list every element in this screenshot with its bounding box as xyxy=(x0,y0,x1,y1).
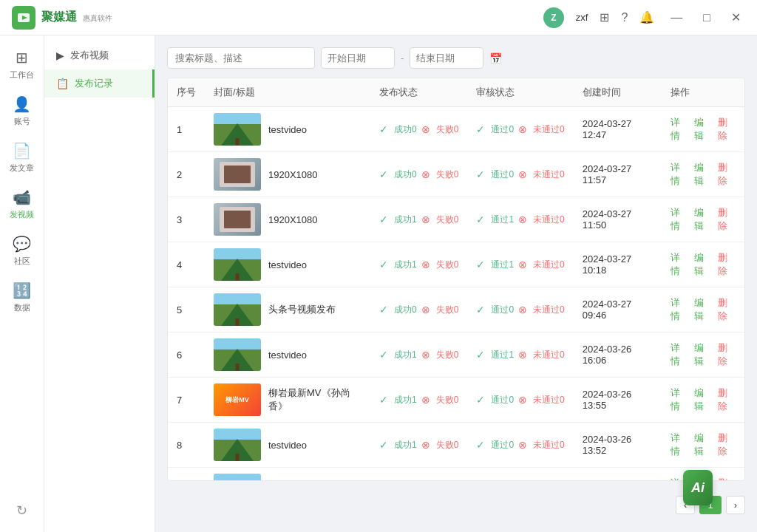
delete-link[interactable]: 删除 xyxy=(718,116,736,143)
sidebar-item-data[interactable]: 🔢 数据 xyxy=(0,274,44,321)
delete-link[interactable]: 删除 xyxy=(718,251,736,278)
close-button[interactable]: ✕ xyxy=(727,9,745,26)
cell-publish-status: ✓ 成功1 ⊗ 失败0 xyxy=(370,197,467,242)
edit-link[interactable]: 编辑 xyxy=(694,116,712,143)
edit-link[interactable]: 编辑 xyxy=(694,251,712,278)
delete-link[interactable]: 删除 xyxy=(718,386,736,413)
title-cell: 柳岩MV 柳岩最新MV《孙尚香》 xyxy=(214,383,361,416)
video-title: 1920X1080 xyxy=(268,169,318,180)
calendar-icon[interactable]: 📅 xyxy=(489,52,502,64)
sidebar-item-account[interactable]: 👤 账号 xyxy=(0,88,44,134)
review-pass: 通过0 xyxy=(491,304,514,316)
table-row: 8 testvideo ✓ 成功1 ⊗ 失败0 xyxy=(168,423,744,468)
edit-link[interactable]: 编辑 xyxy=(694,296,712,323)
detail-link[interactable]: 详情 xyxy=(671,432,688,458)
edit-link[interactable]: 编辑 xyxy=(694,161,712,188)
cell-time: 2024-03-26 16:06 xyxy=(574,332,662,378)
detail-link[interactable]: 详情 xyxy=(671,161,688,188)
app-logo xyxy=(12,6,35,30)
review-notpass: 未通过0 xyxy=(533,214,565,226)
detail-link[interactable]: 详情 xyxy=(671,341,688,368)
video-title: testvideo xyxy=(268,440,307,451)
content-area: - 📅 序号 封面/标题 发布状态 审核状态 创建时间 操作 xyxy=(155,35,757,532)
cell-time: 2024-03-27 11:50 xyxy=(574,197,662,242)
delete-link[interactable]: 删除 xyxy=(718,206,736,233)
sidebar-item-publish-video[interactable]: 📹 发视频 xyxy=(0,181,44,228)
thumbnail xyxy=(214,338,261,371)
page-next[interactable]: › xyxy=(726,496,745,514)
detail-link[interactable]: 详情 xyxy=(671,296,688,323)
sidebar-item-publish-doc[interactable]: 📄 发文章 xyxy=(0,134,44,181)
cell-time: 2024-03-26 13:52 xyxy=(574,423,662,468)
cell-seq: 7 xyxy=(168,378,205,423)
ai-badge[interactable]: Ai xyxy=(683,470,713,505)
publish-fail: 失败0 xyxy=(436,349,459,361)
delete-link[interactable]: 删除 xyxy=(718,341,736,368)
help-icon[interactable]: ? xyxy=(621,11,628,24)
ai-badge-label: Ai xyxy=(691,480,705,496)
delete-link[interactable]: 删除 xyxy=(718,432,736,458)
nav-item-publish-records[interactable]: 📋 发布记录 xyxy=(44,69,155,98)
cell-review-status: ✓ 通过0 ⊗ 未通过0 xyxy=(467,468,573,482)
video-title: 柳岩最新MV《孙尚香》 xyxy=(268,386,361,413)
publish-success: 成功1 xyxy=(394,439,417,451)
cell-title: testvideo xyxy=(205,332,370,378)
left-nav: ▶ 发布视频 📋 发布记录 xyxy=(44,35,155,532)
publish-fail: 失败0 xyxy=(436,123,459,136)
pass-icon: ✓ xyxy=(476,304,485,316)
delete-link[interactable]: 删除 xyxy=(718,296,736,323)
nav-item-publish-video[interactable]: ▶ 发布视频 xyxy=(44,41,155,69)
sidebar-label-account: 账号 xyxy=(14,116,30,127)
delete-link[interactable]: 删除 xyxy=(718,161,736,188)
date-separator: - xyxy=(401,52,404,64)
title-cell: testvideo xyxy=(214,248,361,281)
detail-link[interactable]: 详情 xyxy=(671,116,688,143)
review-pass: 通过1 xyxy=(491,259,514,271)
edit-link[interactable]: 编辑 xyxy=(694,206,712,233)
edit-link[interactable]: 编辑 xyxy=(694,432,712,458)
sidebar-label-publish-video: 发视频 xyxy=(10,209,34,220)
user-avatar: Z xyxy=(543,7,564,28)
sidebar-item-community[interactable]: 💬 社区 xyxy=(0,228,44,274)
nav-publish-video-icon: ▶ xyxy=(56,50,64,61)
cell-review-status: ✓ 通过0 ⊗ 未通过0 xyxy=(467,107,573,152)
table-row: 3 1920X1080 ✓ 成功1 ⊗ 失败0 xyxy=(168,197,744,242)
review-notpass: 未通过0 xyxy=(533,304,565,316)
start-date-input[interactable] xyxy=(321,47,395,69)
title-cell: 1920X1080 xyxy=(214,203,361,236)
bell-icon[interactable]: 🔔 xyxy=(639,10,654,24)
edit-link[interactable]: 编辑 xyxy=(694,341,712,368)
maximize-button[interactable]: □ xyxy=(699,10,715,26)
search-input[interactable] xyxy=(167,47,315,69)
app-subtitle: 惠真软件 xyxy=(83,14,112,22)
sidebar-item-workbench[interactable]: ⊞ 工作台 xyxy=(0,41,44,88)
actions-group: 详情 编辑 删除 xyxy=(671,116,736,143)
detail-link[interactable]: 详情 xyxy=(671,386,688,413)
review-pass: 通过1 xyxy=(491,349,514,361)
notpass-icon: ⊗ xyxy=(518,394,527,406)
publish-video-icon: 📹 xyxy=(13,188,31,206)
actions-group: 详情 编辑 删除 xyxy=(671,296,736,323)
cell-actions: 详情 编辑 删除 xyxy=(662,378,744,423)
pass-icon: ✓ xyxy=(476,214,485,225)
records-table: 序号 封面/标题 发布状态 审核状态 创建时间 操作 1 xyxy=(168,78,744,481)
detail-link[interactable]: 详情 xyxy=(671,251,688,278)
video-title: 1920X1080 xyxy=(268,214,318,225)
detail-link[interactable]: 详情 xyxy=(671,206,688,233)
table-row: 1 testvideo ✓ 成功0 ⊗ 失败0 xyxy=(168,107,744,152)
review-pass: 通过1 xyxy=(491,214,514,226)
notpass-icon: ⊗ xyxy=(518,168,527,180)
delete-link[interactable]: 删除 xyxy=(718,477,736,481)
publish-success: 成功1 xyxy=(394,259,417,271)
edit-link[interactable]: 编辑 xyxy=(694,386,712,413)
review-notpass: 未通过0 xyxy=(533,259,565,271)
fail-icon: ⊗ xyxy=(421,123,430,135)
grid-icon[interactable]: ⊞ xyxy=(600,10,609,24)
success-icon: ✓ xyxy=(379,349,388,361)
actions-group: 详情 编辑 删除 xyxy=(671,161,736,188)
end-date-input[interactable] xyxy=(410,47,483,69)
title-cell: 头条号视频发布 xyxy=(214,293,361,326)
minimize-button[interactable]: — xyxy=(666,10,687,26)
title-cell: testvideo xyxy=(214,113,361,146)
review-notpass: 未通过0 xyxy=(533,123,565,136)
